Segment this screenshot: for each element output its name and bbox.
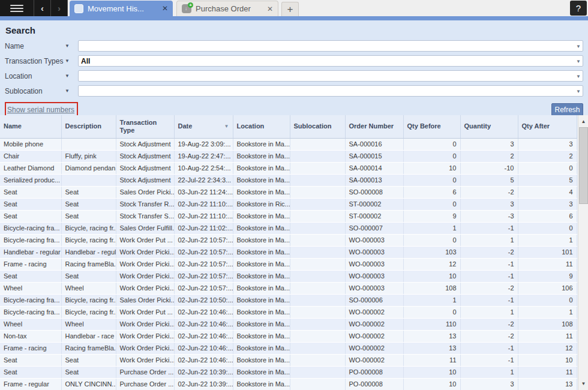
table-row[interactable]: Handlebar - regularHandlebar - regularWo… xyxy=(0,246,577,258)
table-cell: 1 xyxy=(518,234,577,246)
column-header[interactable]: Qty After xyxy=(518,115,577,138)
table-cell: Handlebar - race xyxy=(61,330,116,342)
table-row[interactable]: SeatSeatWork Order Picki...02-Jun-22 10:… xyxy=(0,270,577,282)
table-cell: Bicycle-racing fra... xyxy=(0,234,61,246)
table-cell: SA-000013 xyxy=(345,174,403,186)
table-row[interactable]: Serialized produc...Stock Adjustment22-J… xyxy=(0,174,577,186)
hamburger-icon xyxy=(10,3,23,14)
table-row[interactable]: WheelWheelWork Order Picki...02-Jun-22 1… xyxy=(0,318,577,330)
table-row[interactable]: SeatSeatWork Order Picki...02-Jun-22 10:… xyxy=(0,354,577,366)
refresh-button[interactable]: Refresh xyxy=(551,103,583,116)
chevron-down-icon[interactable]: ▼ xyxy=(576,73,581,79)
table-cell xyxy=(290,198,345,210)
table-row[interactable]: Bicycle-racing fra...Bicycle, racing fr.… xyxy=(0,234,577,246)
column-header[interactable]: Qty Before xyxy=(403,115,460,138)
close-tab-icon[interactable]: ✕ xyxy=(267,5,273,13)
table-cell: 2 xyxy=(460,150,518,162)
column-header[interactable]: Location xyxy=(233,115,290,138)
search-field-row: Location ▼ ▼ xyxy=(5,68,583,83)
table-cell: 108 xyxy=(518,318,577,330)
table-cell xyxy=(290,366,345,378)
table-cell: 1 xyxy=(460,234,518,246)
table-row[interactable]: Mobile phoneStock Adjustment19-Aug-22 3:… xyxy=(0,138,577,150)
table-row[interactable]: SeatSeatStock Transfer S...02-Jun-22 11:… xyxy=(0,210,577,222)
table-cell: Work Order Picki... xyxy=(116,258,174,270)
field-dropdown-icon[interactable]: ▼ xyxy=(65,73,78,79)
table-row[interactable]: SeatSeatStock Transfer R...02-Jun-22 11:… xyxy=(0,198,577,210)
location-input[interactable]: ▼ xyxy=(78,70,583,82)
table-cell: 103 xyxy=(403,246,460,258)
column-header[interactable]: Name xyxy=(0,115,61,138)
table-row[interactable]: Bicycle-racing fra...Bicycle, racing fr.… xyxy=(0,222,577,234)
help-button[interactable]: ? xyxy=(570,1,587,16)
table-row[interactable]: Frame - regularONLY CINCINN...Purchase O… xyxy=(0,378,577,390)
forward-button[interactable]: › xyxy=(51,0,68,16)
table-cell xyxy=(290,306,345,318)
column-header[interactable]: Quantity xyxy=(460,115,518,138)
field-value: All xyxy=(79,57,90,65)
tab-purchase-order[interactable]: ↓ + Purchase Order ✕ xyxy=(176,1,278,16)
sort-descending-icon: ▼ xyxy=(224,124,229,130)
table-cell: Wheel xyxy=(0,282,61,294)
table-cell: Handlebar - regular xyxy=(61,246,116,258)
table-cell: 9 xyxy=(403,210,460,222)
table-row[interactable]: Bicycle-racing fra...Bicycle, racing fr.… xyxy=(0,294,577,306)
table-cell: Seat xyxy=(61,186,116,198)
table-row[interactable]: Frame - racingRacing frameBla...Work Ord… xyxy=(0,258,577,270)
column-header[interactable]: Sublocation xyxy=(290,115,345,138)
table-cell: 10 xyxy=(403,378,460,390)
table-row[interactable]: Non-taxHandlebar - raceWork Order Picki.… xyxy=(0,330,577,342)
table-cell: Bookstore in Ma... xyxy=(233,378,290,390)
table-cell: Wheel xyxy=(61,318,116,330)
table-cell: 10 xyxy=(403,162,460,174)
top-bar: ‹ › Movement His... ✕ ↓ + Purchase Order… xyxy=(0,0,588,16)
field-dropdown-icon[interactable]: ▼ xyxy=(65,43,78,49)
table-row[interactable]: WheelWheelWork Order Picki...02-Jun-22 1… xyxy=(0,282,577,294)
table-cell: Seat xyxy=(61,210,116,222)
name-input[interactable]: ▼ xyxy=(78,40,583,52)
tab-movement-history[interactable]: Movement His... ✕ xyxy=(70,1,173,16)
table-cell: Stock Adjustment xyxy=(116,138,174,150)
chevron-down-icon[interactable]: ▼ xyxy=(576,43,581,49)
transaction-types-input[interactable]: All ▼ xyxy=(78,55,583,67)
vertical-scrollbar[interactable]: ▲ ▼ xyxy=(578,115,588,390)
table-cell: Racing frameBla... xyxy=(61,342,116,354)
table-cell: WO-000003 xyxy=(345,246,403,258)
column-header[interactable]: Transaction Type xyxy=(116,115,174,138)
scroll-down-icon[interactable]: ▼ xyxy=(578,379,588,389)
table-cell: Bookstore in Ma... xyxy=(233,138,290,150)
table-cell xyxy=(290,222,345,234)
table-row[interactable]: ChairFluffy, pinkStock Adjustment19-Aug-… xyxy=(0,150,577,162)
table-cell: WO-000003 xyxy=(345,282,403,294)
scroll-up-icon[interactable]: ▲ xyxy=(578,116,588,127)
table-cell: 02-Jun-22 10:46:... xyxy=(174,318,233,330)
scrollbar-thumb[interactable] xyxy=(579,127,588,204)
table-cell: 2 xyxy=(518,150,577,162)
field-dropdown-icon[interactable]: ▼ xyxy=(65,58,78,64)
table-cell: Bicycle, racing fr... xyxy=(61,234,116,246)
column-header[interactable]: Order Number xyxy=(345,115,403,138)
table-row[interactable]: Leather DiamondDiamond pendan...Stock Ad… xyxy=(0,162,577,174)
new-tab-button[interactable]: + xyxy=(281,2,299,16)
sublocation-input[interactable]: ▼ xyxy=(78,85,583,97)
chevron-down-icon[interactable]: ▼ xyxy=(576,88,581,94)
back-button[interactable]: ‹ xyxy=(34,0,51,16)
close-tab-icon[interactable]: ✕ xyxy=(162,4,168,13)
table-row[interactable]: Bicycle-racing fra...Bicycle, racing fr.… xyxy=(0,306,577,318)
menu-button[interactable] xyxy=(0,0,34,16)
table-cell: 19-Aug-22 3:09:... xyxy=(174,138,233,150)
table-row[interactable]: SeatSeatSales Order Picki...03-Jun-22 11… xyxy=(0,186,577,198)
table-cell: Sales Order Picki... xyxy=(116,186,174,198)
chevron-down-icon[interactable]: ▼ xyxy=(576,58,581,64)
table-cell xyxy=(290,270,345,282)
table-row[interactable]: SeatSeatPurchase Order ...02-Jun-22 10:3… xyxy=(0,366,577,378)
table-cell: 110 xyxy=(403,318,460,330)
column-header[interactable]: Date▼ xyxy=(174,115,233,138)
table-cell: PO-000008 xyxy=(345,378,403,390)
table-row[interactable]: Frame - racingRacing frameBla...Work Ord… xyxy=(0,342,577,354)
column-header[interactable]: Description xyxy=(61,115,116,138)
table-cell: 0 xyxy=(403,306,460,318)
show-serial-numbers-link[interactable]: Show serial numbers xyxy=(7,106,74,114)
table-cell: Bicycle, racing fr... xyxy=(61,306,116,318)
field-dropdown-icon[interactable]: ▼ xyxy=(65,88,78,94)
